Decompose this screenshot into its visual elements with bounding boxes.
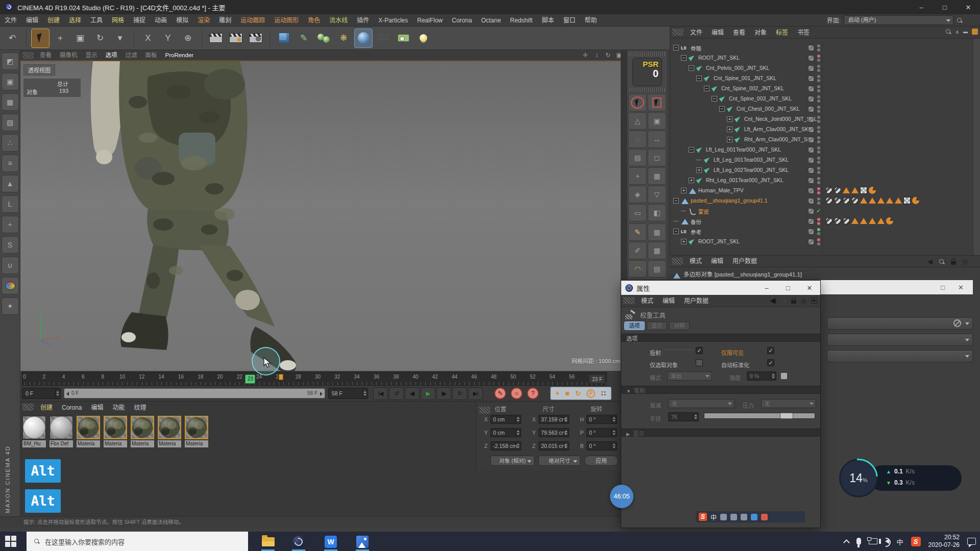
attribute-group-row[interactable] bbox=[827, 350, 973, 362]
tri-tag-icon[interactable] bbox=[851, 218, 859, 224]
strength-slider-handle[interactable] bbox=[780, 372, 788, 380]
tool-a-button[interactable]: △ bbox=[628, 112, 647, 130]
pac-tag-icon[interactable] bbox=[912, 197, 919, 204]
coordinate-system-button[interactable]: ⊕ bbox=[179, 29, 197, 48]
play-forward-button[interactable]: ▶ bbox=[421, 387, 435, 400]
end-frame-field[interactable]: 58 F bbox=[328, 388, 368, 399]
floor-button[interactable] bbox=[374, 29, 393, 48]
menu-item[interactable]: Redshift bbox=[505, 14, 537, 26]
visibility-dots[interactable] bbox=[817, 238, 820, 245]
light-button[interactable] bbox=[414, 29, 432, 48]
radius-slider[interactable] bbox=[704, 413, 815, 419]
simulate-button[interactable]: ❋ bbox=[334, 29, 353, 48]
sphere-tag-icon[interactable] bbox=[843, 197, 850, 204]
visibility-dots[interactable] bbox=[817, 167, 820, 174]
menu-item[interactable]: 捕捉 bbox=[129, 14, 150, 26]
last-tool-button[interactable]: ▾ bbox=[111, 29, 129, 48]
menu-item[interactable]: 运动图形 bbox=[270, 14, 303, 26]
tree-item[interactable]: +Rht_Arm_Clav000_JNT_SKL bbox=[672, 135, 822, 145]
taskbar-cinema4d[interactable] bbox=[288, 534, 309, 549]
layer-box[interactable] bbox=[808, 208, 814, 214]
menu-item[interactable]: 雕刻 bbox=[214, 14, 236, 26]
layer-box[interactable] bbox=[808, 116, 814, 122]
layer-box[interactable] bbox=[808, 147, 814, 153]
dolly-view-icon[interactable]: ↕ bbox=[593, 51, 601, 59]
visibility-dots[interactable] bbox=[817, 116, 820, 123]
render-view-button[interactable] bbox=[207, 29, 225, 48]
panel-corner-icon[interactable] bbox=[972, 29, 978, 35]
menu-item[interactable]: 模拟 bbox=[172, 14, 193, 26]
view-label[interactable]: 透视视图 bbox=[23, 64, 55, 76]
sphere-tag-icon[interactable] bbox=[825, 187, 832, 194]
maximize-button[interactable]: □ bbox=[777, 284, 799, 292]
mic-icon[interactable] bbox=[856, 538, 861, 545]
tri-tag-icon[interactable] bbox=[843, 187, 850, 193]
close-button[interactable]: ✕ bbox=[958, 284, 964, 291]
menu-item[interactable]: 插件 bbox=[352, 14, 374, 26]
viewport-menu-item[interactable]: 查看 bbox=[36, 50, 56, 60]
solo-mode-button[interactable]: S bbox=[2, 236, 19, 254]
om-menu-item[interactable]: 对象 bbox=[750, 27, 771, 38]
properties-menu-item[interactable]: 用户数据 bbox=[679, 295, 713, 307]
go-to-start-button[interactable]: |◀ bbox=[373, 387, 388, 400]
material-menu-item[interactable]: 创建 bbox=[36, 402, 57, 414]
edges-mode-button[interactable]: ≡ bbox=[2, 155, 19, 172]
tri-tag-icon[interactable] bbox=[851, 187, 859, 193]
tool-l-button[interactable]: ◧ bbox=[648, 204, 666, 221]
tool-b-button[interactable]: ▣ bbox=[648, 112, 666, 130]
rotate-button[interactable]: ↻ bbox=[91, 29, 109, 48]
tab-display[interactable]: 显示 bbox=[647, 321, 667, 330]
tree-expander[interactable]: + bbox=[681, 239, 687, 244]
key-scale-toggle[interactable]: ■ bbox=[565, 389, 569, 397]
taskbar-wps[interactable]: W bbox=[321, 534, 341, 549]
record-keyframe-button[interactable]: ✎ bbox=[494, 387, 506, 399]
coordinate-field[interactable]: 0 ° bbox=[586, 441, 617, 450]
section-options[interactable]: 选项 bbox=[621, 334, 820, 343]
taskbar-explorer[interactable] bbox=[258, 534, 278, 549]
taskbar-search[interactable]: 在这里输入你要搜索的内容 bbox=[27, 532, 248, 551]
visibility-dots[interactable] bbox=[817, 187, 820, 194]
viewport-canvas[interactable]: 透视视图 总计 对象193 网格间距 : 1000 cm Y bbox=[20, 61, 625, 371]
scale-button[interactable]: ▣ bbox=[71, 29, 89, 48]
lock-icon[interactable] bbox=[791, 297, 796, 304]
target-icon[interactable]: ◎ bbox=[801, 297, 806, 304]
tree-item[interactable]: +Rht_Leg_001Tear000_JNT_SKL bbox=[672, 176, 822, 186]
axis-mode-button[interactable]: + bbox=[2, 216, 19, 233]
checker-tag-icon[interactable] bbox=[860, 187, 867, 194]
tri-tag-icon[interactable] bbox=[877, 197, 885, 204]
convert-object-button[interactable]: ◩ bbox=[2, 53, 19, 70]
tree-expander[interactable]: − bbox=[689, 147, 694, 153]
maximize-button[interactable]: □ bbox=[933, 0, 957, 14]
tree-expander[interactable]: + bbox=[727, 137, 732, 142]
sphere-tag-icon[interactable] bbox=[834, 197, 841, 204]
material-item[interactable]: BM_Hu bbox=[22, 416, 47, 447]
frame-range-slider[interactable]: 0 F 58 F bbox=[64, 388, 325, 398]
coordinate-field[interactable]: 0 ° bbox=[586, 415, 617, 424]
tree-expander[interactable]: − bbox=[704, 86, 709, 91]
tri-tag-icon[interactable] bbox=[869, 218, 876, 224]
viewport-menu-item[interactable]: 摄像机 bbox=[56, 50, 82, 60]
minimize-button[interactable]: – bbox=[910, 0, 933, 14]
position-mode-dropdown[interactable]: 对象 (相对) bbox=[491, 456, 534, 466]
minimize-button[interactable]: – bbox=[756, 284, 777, 292]
pressure-dropdown[interactable]: 无 bbox=[761, 399, 816, 408]
visible-only-checkbox[interactable]: ✓ bbox=[767, 347, 774, 354]
tray-expand-icon[interactable] bbox=[843, 539, 850, 546]
om-menu-item[interactable]: 文件 bbox=[685, 27, 707, 38]
visibility-dots[interactable] bbox=[817, 95, 820, 103]
size-mode-dropdown[interactable]: 绝对尺寸 bbox=[538, 456, 580, 466]
polygons-mode-button[interactable]: ▲ bbox=[2, 175, 19, 192]
tree-expander[interactable]: + bbox=[727, 116, 732, 122]
tree-expander[interactable]: + bbox=[696, 167, 702, 173]
tri-tag-icon[interactable] bbox=[895, 197, 902, 204]
interface-dropdown[interactable]: 启动 (用户) bbox=[844, 15, 953, 25]
start-button[interactable] bbox=[5, 536, 16, 547]
coordinate-field[interactable]: 20.015 cm bbox=[538, 441, 569, 450]
tri-tag-icon[interactable] bbox=[869, 197, 876, 204]
keyboard-icon[interactable] bbox=[751, 514, 757, 520]
panel-grip[interactable] bbox=[22, 404, 34, 411]
coordinate-field[interactable]: 0 ° bbox=[586, 428, 617, 437]
tri-tag-icon[interactable] bbox=[860, 218, 867, 224]
falloff-dropdown[interactable]: 无 bbox=[668, 399, 734, 408]
key-pla-toggle[interactable]: ∷ bbox=[601, 389, 606, 397]
